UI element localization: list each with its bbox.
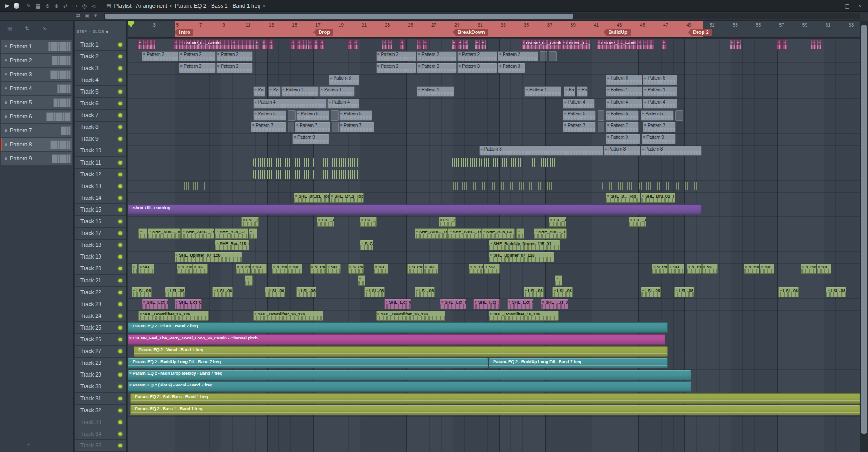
pattern-item[interactable]: ≡Pattern 6 bbox=[1, 110, 72, 123]
pattern-item[interactable]: ≡Pattern 3 bbox=[1, 68, 72, 81]
breadcrumb-root[interactable]: Playlist - Arrangement bbox=[114, 3, 167, 9]
vertical-scrollbar-thumb[interactable] bbox=[861, 25, 867, 434]
track-row[interactable]: Track 21 bbox=[75, 275, 126, 287]
audio-stripe-clip[interactable] bbox=[321, 158, 359, 167]
audio-clip[interactable]: » bbox=[249, 228, 258, 239]
pattern-item[interactable]: ≡Pattern 2 bbox=[1, 54, 72, 67]
audio-clip[interactable]: » bbox=[417, 39, 422, 50]
ghost-clip[interactable] bbox=[331, 110, 339, 121]
audio-clip[interactable]: »SHE_Dr..01_Top bbox=[294, 193, 330, 203]
track-row[interactable]: Track 10 bbox=[75, 145, 126, 157]
playhead-marker[interactable] bbox=[128, 21, 134, 27]
audio-clip[interactable]: »LSL..06 bbox=[265, 287, 285, 297]
track-row[interactable]: Track 34 bbox=[75, 428, 126, 440]
ghost-clip[interactable] bbox=[332, 122, 338, 132]
pattern-clip[interactable]: ≡Pattern 9 bbox=[606, 134, 640, 144]
audio-stripe-clip[interactable] bbox=[532, 158, 536, 167]
audio-clip[interactable]: »LSLMP_F..._C#min bbox=[596, 39, 637, 50]
pattern-clip[interactable]: ≡Pattern 4 bbox=[563, 99, 595, 109]
audio-clip[interactable]: » bbox=[399, 39, 405, 50]
pattern-clip[interactable]: ≡Pattern 2 bbox=[179, 51, 216, 61]
audio-clip[interactable]: »LSL..06 bbox=[641, 287, 661, 297]
pattern-clip[interactable]: ≡Pattern 3 bbox=[216, 63, 253, 73]
track-mute-led[interactable] bbox=[118, 102, 122, 105]
audio-clip[interactable]: » bbox=[782, 39, 788, 50]
pattern-clip[interactable]: ≡Pattern 2 bbox=[498, 51, 538, 61]
ghost-clip[interactable] bbox=[675, 110, 683, 121]
automation-clip[interactable]: ≈Short Fill - Panning bbox=[128, 204, 702, 215]
minimize-button[interactable]: – bbox=[828, 0, 841, 12]
track-mute-led[interactable] bbox=[118, 149, 122, 152]
automation-clip[interactable]: ≈Param. EQ 2 - BuildUp Long Fill - Band … bbox=[489, 358, 668, 368]
audio-clip[interactable]: » bbox=[173, 39, 179, 50]
audio-clip[interactable]: » bbox=[308, 39, 313, 50]
audio-clip[interactable]: »S..C# bbox=[407, 264, 423, 274]
audio-clip[interactable]: » bbox=[268, 39, 274, 50]
audio-clip[interactable]: »SH.. bbox=[251, 264, 267, 274]
track-row[interactable]: Track 6 bbox=[75, 98, 126, 110]
pattern-clip[interactable]: ≡Pattern 9 bbox=[292, 134, 329, 144]
track-row[interactable]: Track 12 bbox=[75, 169, 126, 180]
audio-clip[interactable]: »SHE_D.._Top bbox=[606, 193, 640, 203]
slip-tool-icon[interactable]: ⇄ bbox=[63, 0, 68, 12]
pattern-item[interactable]: ≡Pattern 7 bbox=[1, 124, 72, 137]
track-row[interactable]: Track 26 bbox=[75, 334, 126, 346]
audio-clip[interactable]: » bbox=[555, 275, 562, 286]
audio-clip[interactable]: » bbox=[475, 39, 480, 50]
pattern-clip[interactable]: ≡Pattern 5 bbox=[339, 110, 372, 121]
audio-clip[interactable]: » bbox=[736, 39, 741, 50]
horizontal-scrollbar[interactable] bbox=[104, 13, 860, 19]
pattern-clip[interactable]: ≡Pa..1 bbox=[253, 86, 265, 97]
pattern-item[interactable]: ≡Pattern 1 bbox=[1, 40, 72, 53]
track-row[interactable]: Track 9 bbox=[75, 133, 126, 145]
track-row[interactable]: Track 22 bbox=[75, 287, 126, 298]
audio-clip[interactable]: » bbox=[347, 39, 353, 50]
audio-clip[interactable]: »LSL..06 bbox=[364, 287, 385, 297]
audio-clip[interactable]: »SHE_Atm..._15_C# bbox=[148, 228, 181, 239]
pattern-item[interactable]: ≡Pattern 8 bbox=[1, 138, 72, 151]
audio-clip[interactable]: »SHE_I..ct_07 bbox=[384, 299, 412, 309]
audio-clip[interactable]: »LSL..06 bbox=[778, 287, 799, 297]
track-row[interactable]: Track 27 bbox=[75, 346, 126, 358]
ghost-clip[interactable] bbox=[598, 110, 604, 121]
pattern-clip[interactable]: ≡Pattern 2 bbox=[216, 51, 253, 61]
audio-clip[interactable]: » bbox=[457, 39, 462, 50]
pattern-clip[interactable]: ≡Pattern 2 bbox=[417, 51, 457, 61]
track-row[interactable]: Track 35 bbox=[75, 440, 126, 452]
track-row[interactable]: Track 19 bbox=[75, 251, 126, 263]
audio-clip[interactable]: »LSLMP_F..._C#min bbox=[179, 39, 231, 50]
audio-clip[interactable]: »SHE_I..ct_07 bbox=[473, 299, 500, 309]
automation-clip[interactable]: ≈Param. EQ 2 (Slot 9) - Vocal - Band 7 f… bbox=[128, 381, 691, 392]
ghost-clip[interactable] bbox=[598, 122, 604, 132]
audio-clip[interactable]: »LSL..06 bbox=[212, 287, 233, 297]
audio-clip[interactable]: »SH.. bbox=[760, 264, 774, 274]
audio-clip[interactable]: »SHE_Downlifter_16_126 bbox=[489, 311, 559, 321]
audio-clip[interactable]: » bbox=[245, 275, 253, 286]
playlist-grid[interactable]: »»»»LSLMP_F..._C#min»»»»»»»»»»»»»»»»»»»»… bbox=[128, 39, 860, 452]
mute-tool-icon[interactable]: ⊗ bbox=[54, 0, 59, 12]
automation-clip[interactable]: ≈Param. EQ 2 - BuildUp Long Fill - Band … bbox=[128, 358, 488, 368]
audio-clip[interactable]: »LSL..06 bbox=[415, 287, 435, 297]
track-mute-led[interactable] bbox=[118, 302, 122, 306]
audio-clip[interactable]: » bbox=[132, 264, 137, 274]
track-row[interactable]: Track 32 bbox=[75, 405, 126, 416]
step-toggle-icon[interactable]: ○ bbox=[89, 30, 91, 33]
delete-tool-icon[interactable]: ⊘ bbox=[45, 0, 50, 12]
track-mute-led[interactable] bbox=[118, 432, 122, 436]
pattern-item[interactable]: ≡Pattern 5 bbox=[1, 96, 72, 109]
audio-clip[interactable]: » bbox=[143, 39, 155, 50]
audio-clip[interactable]: » bbox=[382, 39, 387, 50]
track-mute-led[interactable] bbox=[118, 184, 122, 188]
wave-view-icon[interactable]: ∿ bbox=[42, 25, 47, 32]
timeline-marker[interactable]: Intro bbox=[175, 29, 193, 36]
audio-clip[interactable]: »SHE_Downlifter_16_126 bbox=[376, 311, 445, 321]
track-mute-led[interactable] bbox=[118, 137, 122, 141]
track-mute-led[interactable] bbox=[118, 326, 122, 330]
track-mute-led[interactable] bbox=[118, 243, 122, 247]
track-row[interactable]: Track 2 bbox=[75, 51, 126, 62]
audio-clip[interactable]: » bbox=[313, 39, 319, 50]
pattern-clip[interactable]: ≡Pattern 7 bbox=[251, 122, 287, 132]
timeline-marker[interactable]: BreakDown bbox=[453, 29, 488, 36]
track-row[interactable]: Track 30 bbox=[75, 381, 126, 393]
audio-clip[interactable]: »SHE_Bui..115_01 bbox=[215, 240, 249, 250]
